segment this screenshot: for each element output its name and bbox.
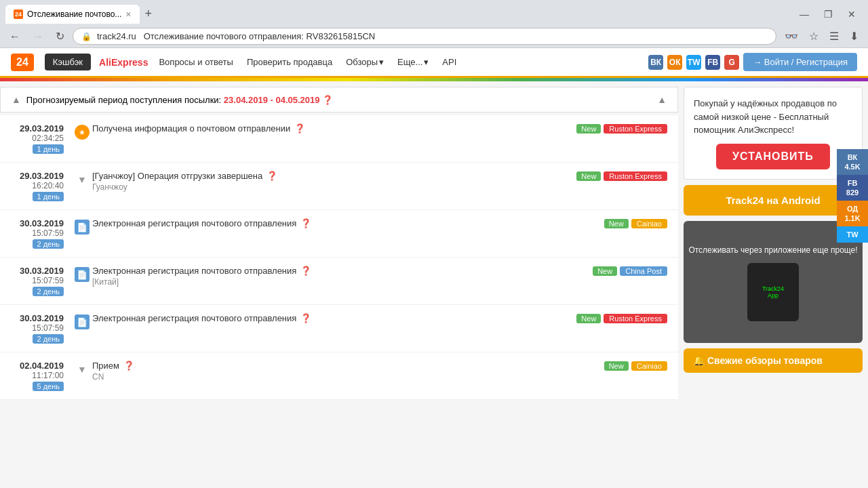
badge-new: New [576, 171, 601, 181]
timeline-line: ★ [72, 123, 92, 140]
vk-icon: ВК [848, 153, 858, 161]
event-time: 15:07:59 [11, 323, 64, 333]
side-tw-button[interactable]: TW [837, 226, 868, 243]
refresh-button[interactable]: ↻ [52, 28, 68, 44]
tab-close-button[interactable]: × [125, 9, 131, 20]
side-social-bar: ВК 4.5K FB 829 ОД 1.1K TW [837, 149, 868, 243]
event-date: 02.04.2019 [11, 361, 64, 371]
event-time: 15:07:59 [11, 228, 64, 238]
event-title-row: Электронная регистрация почтового отправ… [92, 266, 667, 276]
nav-reviews[interactable]: Обзоры ▾ [343, 57, 387, 67]
timeline-line: 📄 [72, 218, 92, 235]
main-layout: ▲ Прогнозируемый период поступления посы… [0, 81, 868, 405]
event-icon: ▼ [75, 172, 90, 187]
close-button[interactable]: ✕ [841, 6, 863, 22]
badge-new: New [604, 361, 629, 371]
collapse-button[interactable]: ▲ [12, 94, 21, 105]
maximize-button[interactable]: ❐ [817, 6, 840, 22]
facebook-icon[interactable]: FB [705, 55, 720, 70]
badges: New Ruston Express [576, 124, 667, 134]
login-button[interactable]: → Войти / Регистрация [743, 53, 857, 71]
google-icon[interactable]: G [724, 55, 739, 70]
nav-questions[interactable]: Вопросы и ответы [156, 57, 235, 67]
forward-button[interactable]: → [28, 29, 47, 44]
side-fb-button[interactable]: FB 829 [837, 175, 868, 201]
android-label: Track24 на Android [726, 195, 820, 206]
event-detail: Электронная регистрация почтового отправ… [92, 313, 667, 323]
header-socials: ВК ОК TW FB G → Войти / Регистрация [648, 53, 857, 71]
event-title-row: Прием ❓ New Cainiao [92, 361, 667, 371]
time-column: 30.03.2019 15:07:59 2 день [11, 313, 72, 344]
back-button[interactable]: ← [5, 29, 24, 44]
day-badge: 1 день [33, 192, 64, 201]
nav-more[interactable]: Еще... ▾ [395, 57, 431, 67]
event-title: Получена информация о почтовом отправлен… [92, 123, 290, 134]
event-date: 29.03.2019 [11, 123, 64, 134]
minimize-button[interactable]: — [793, 6, 816, 22]
event-subtitle: [Китай] [92, 277, 667, 287]
twitter-icon[interactable]: TW [686, 55, 701, 70]
chevron-down-icon: ▾ [379, 57, 384, 67]
badges: New China Post [593, 266, 667, 276]
yandex-lens-button[interactable]: 👓 [781, 28, 802, 44]
badges: New Cainiao [604, 219, 667, 228]
event-icon: 📄 [75, 314, 90, 329]
vk-icon[interactable]: ВК [648, 55, 663, 70]
tw-icon: TW [846, 230, 858, 239]
info-icon[interactable]: ❓ [300, 313, 311, 323]
tab-bar: 24 Отслеживание почтово... × + — ❐ ✕ [5, 4, 863, 24]
event-title-row: Электронная регистрация почтового отправ… [92, 218, 667, 228]
time-column: 29.03.2019 16:20:40 1 день [11, 171, 72, 201]
event-subtitle: CN [92, 372, 667, 382]
active-tab[interactable]: 24 Отслеживание почтово... × [5, 5, 140, 24]
phone-mockup: Track24App [746, 262, 800, 323]
android-box: Track24 на Android [684, 185, 863, 216]
badges: New Ruston Express [576, 314, 667, 323]
event-date: 30.03.2019 [11, 218, 64, 228]
tab-favicon: 24 [14, 9, 23, 19]
side-ok-button[interactable]: ОД 1.1K [837, 201, 868, 226]
new-tab-button[interactable]: + [140, 4, 158, 24]
badge-service: Ruston Express [604, 314, 667, 323]
fb-icon: FB [848, 179, 858, 187]
event-title-row: Электронная регистрация почтового отправ… [92, 313, 667, 323]
menu-button[interactable]: ☰ [825, 28, 843, 44]
event-icon: ★ [75, 125, 90, 140]
badge-new: New [576, 124, 601, 134]
info-icon[interactable]: ❓ [300, 266, 311, 276]
table-row: 29.03.2019 02:34:25 1 день ★ Получена ин… [0, 115, 678, 163]
ok-icon[interactable]: ОК [667, 55, 682, 70]
side-vk-button[interactable]: ВК 4.5K [837, 149, 868, 175]
table-row: 30.03.2019 15:07:59 2 день 📄 Электронная… [0, 305, 678, 352]
cashback-button[interactable]: Кэшбэк [45, 54, 91, 70]
app-promo-box[interactable]: Отслеживать через приложение еще проще! … [684, 221, 863, 343]
address-bar[interactable]: 🔒 track24.ru Отслеживание почтового отпр… [73, 28, 776, 45]
site-logo[interactable]: 24 [11, 54, 34, 71]
browser-action-buttons: 👓 ☆ ☰ ⬇ [781, 28, 863, 44]
promo-text: Покупай у надёжных продавцов по самой ни… [694, 97, 852, 137]
event-icon: 📄 [75, 267, 90, 282]
info-icon[interactable]: ❓ [300, 218, 311, 228]
aliexpress-link[interactable]: AliExpress [99, 57, 148, 68]
event-time: 16:20:40 [11, 181, 64, 190]
install-button[interactable]: УСТАНОВИТЬ [716, 144, 830, 169]
info-icon[interactable]: ❓ [123, 361, 134, 371]
chevron-down-icon2: ▾ [424, 57, 429, 67]
promo-box: Покупай у надёжных продавцов по самой ни… [684, 87, 863, 180]
reviews-box[interactable]: 🔔 Свежие обзоры товаров [684, 348, 863, 373]
badge-new: New [593, 266, 617, 276]
download-button[interactable]: ⬇ [846, 28, 863, 44]
event-title-row: [Гуанчжоу] Операция отгрузки завершена ❓… [92, 171, 667, 181]
nav-seller[interactable]: Проверить продавца [244, 57, 335, 67]
timeline-line: 📄 [72, 313, 92, 329]
ok-count: 1.1K [844, 214, 860, 222]
site-header: 24 Кэшбэк AliExpress Вопросы и ответы Пр… [0, 48, 868, 78]
event-title: Электронная регистрация почтового отправ… [92, 218, 296, 228]
event-date: 30.03.2019 [11, 313, 64, 323]
info-icon[interactable]: ❓ [267, 171, 277, 181]
collapse-up-button[interactable]: ▲ [657, 94, 667, 105]
forecast-info-icon[interactable]: ❓ [322, 95, 333, 105]
bookmark-button[interactable]: ☆ [805, 28, 823, 44]
nav-api[interactable]: API [439, 57, 459, 67]
info-icon[interactable]: ❓ [294, 123, 305, 134]
